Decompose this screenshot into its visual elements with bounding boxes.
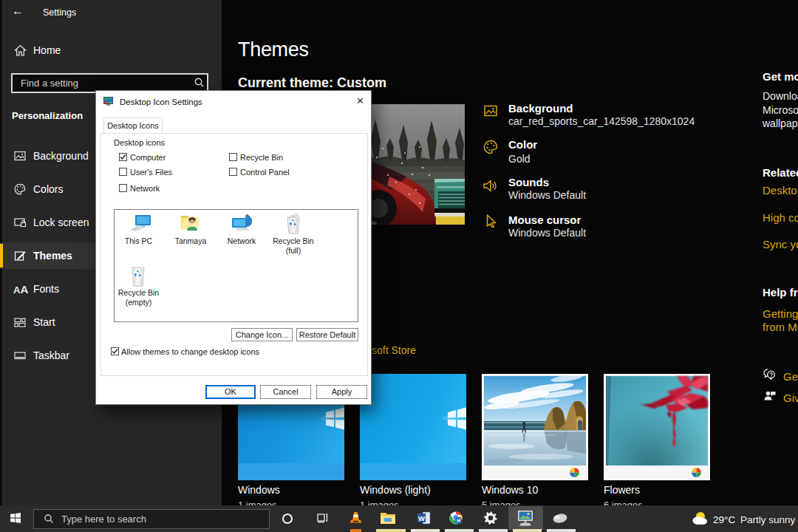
svg-text:H: H (457, 518, 460, 523)
svg-text:W: W (418, 514, 425, 522)
